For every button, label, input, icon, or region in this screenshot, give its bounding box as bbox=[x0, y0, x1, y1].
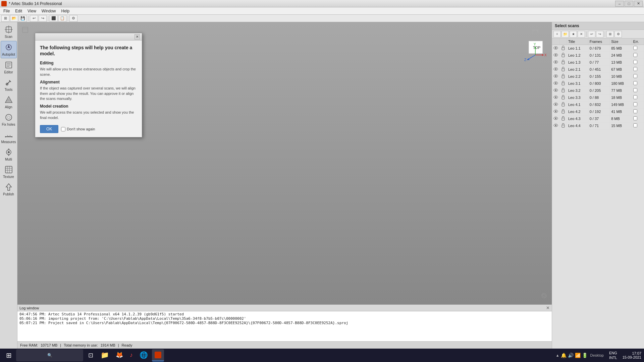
toolbar-redo[interactable]: ↪ bbox=[39, 15, 47, 22]
row-checkbox-cell[interactable] bbox=[632, 59, 644, 66]
row-eye-icon[interactable] bbox=[552, 94, 560, 101]
row-checkbox[interactable] bbox=[633, 74, 637, 78]
taskbar-app-browser[interactable]: 🌐 bbox=[137, 349, 151, 361]
row-lock-icon[interactable] bbox=[560, 45, 567, 52]
table-row[interactable]: Leo 3.3 0 / 88 18 MB bbox=[552, 94, 644, 101]
row-eye-icon[interactable] bbox=[552, 66, 560, 73]
rp-delete-button[interactable]: ✕ bbox=[578, 31, 585, 38]
sidebar-item-publish[interactable]: Publish bbox=[1, 181, 17, 198]
menu-window[interactable]: Window bbox=[39, 8, 59, 14]
sidebar-item-align[interactable]: Align bbox=[1, 94, 17, 111]
minimize-button[interactable]: – bbox=[615, 1, 624, 7]
row-lock-icon[interactable] bbox=[560, 52, 567, 59]
rp-add-button[interactable]: + bbox=[553, 31, 561, 38]
row-checkbox[interactable] bbox=[633, 67, 637, 71]
start-button[interactable]: ⊞ bbox=[3, 349, 15, 361]
rp-settings-button[interactable]: ⚙ bbox=[614, 31, 622, 38]
row-lock-icon[interactable] bbox=[560, 59, 567, 66]
row-eye-icon[interactable] bbox=[552, 52, 560, 59]
table-row[interactable]: Leo 4.1 0 / 832 149 MB bbox=[552, 101, 644, 108]
menu-help[interactable]: Help bbox=[59, 8, 72, 14]
row-eye-icon[interactable] bbox=[552, 45, 560, 52]
table-row[interactable]: Leo 3.2 0 / 205 77 MB bbox=[552, 87, 644, 94]
menu-view[interactable]: View bbox=[25, 8, 39, 14]
table-row[interactable]: Leo 1.1 0 / 679 85 MB bbox=[552, 45, 644, 52]
row-eye-icon[interactable] bbox=[552, 87, 560, 94]
table-row[interactable]: Leo 4.2 0 / 192 41 MB bbox=[552, 108, 644, 115]
toolbar-save[interactable]: 💾 bbox=[19, 15, 27, 22]
sidebar-item-measures[interactable]: Measures bbox=[1, 129, 17, 145]
row-checkbox[interactable] bbox=[633, 109, 637, 113]
row-eye-icon[interactable] bbox=[552, 80, 560, 87]
task-view-button[interactable]: ⊡ bbox=[85, 349, 97, 361]
row-checkbox[interactable] bbox=[633, 116, 637, 120]
table-row[interactable]: Leo 2.1 0 / 451 67 MB bbox=[552, 66, 644, 73]
row-lock-icon[interactable] bbox=[560, 87, 567, 94]
row-checkbox-cell[interactable] bbox=[632, 101, 644, 108]
row-checkbox-cell[interactable] bbox=[632, 115, 644, 122]
row-lock-icon[interactable] bbox=[560, 73, 567, 80]
rp-redo-button[interactable]: ↪ bbox=[596, 31, 603, 38]
sidebar-item-scan[interactable]: Scan bbox=[1, 23, 17, 40]
toolbar-open[interactable]: 📂 bbox=[10, 15, 18, 22]
table-row[interactable]: Leo 4.3 0 / 37 8 MB bbox=[552, 115, 644, 122]
dont-show-checkbox[interactable] bbox=[61, 127, 65, 131]
close-button[interactable]: ✕ bbox=[634, 1, 643, 7]
row-lock-icon[interactable] bbox=[560, 80, 567, 87]
sidebar-item-texture[interactable]: Texture bbox=[1, 164, 17, 180]
row-checkbox-cell[interactable] bbox=[632, 108, 644, 115]
table-row[interactable]: Leo 2.2 0 / 155 10 MB bbox=[552, 73, 644, 80]
table-row[interactable]: Leo 3.1 0 / 800 180 MB bbox=[552, 80, 644, 87]
row-checkbox-cell[interactable] bbox=[632, 52, 644, 59]
log-close-button[interactable]: ✕ bbox=[546, 305, 550, 310]
sidebar-item-autopilot[interactable]: Autopilot bbox=[1, 41, 17, 58]
taskbar-app-fileexplorer[interactable]: 📁 bbox=[98, 349, 112, 361]
maximize-button[interactable]: □ bbox=[625, 1, 633, 7]
systray-expand[interactable]: ▲ bbox=[556, 353, 559, 357]
dialog-ok-button[interactable]: OK bbox=[40, 125, 58, 133]
row-lock-icon[interactable] bbox=[560, 66, 567, 73]
row-lock-icon[interactable] bbox=[560, 94, 567, 101]
row-eye-icon[interactable] bbox=[552, 59, 560, 66]
language-indicator[interactable]: ENG INTL bbox=[609, 351, 617, 360]
table-row[interactable]: Leo 1.2 0 / 131 24 MB bbox=[552, 52, 644, 59]
table-row[interactable]: Leo 4.4 0 / 71 15 MB bbox=[552, 122, 644, 129]
row-checkbox[interactable] bbox=[633, 88, 637, 92]
toolbar-new[interactable]: ⊞ bbox=[1, 15, 9, 22]
toolbar-copy[interactable]: 📋 bbox=[58, 15, 66, 22]
row-checkbox[interactable] bbox=[633, 53, 637, 57]
desktop-button[interactable]: Desktop bbox=[590, 353, 604, 357]
row-checkbox[interactable] bbox=[633, 102, 637, 106]
row-checkbox-cell[interactable] bbox=[632, 45, 644, 52]
taskbar-app-artec[interactable] bbox=[152, 349, 164, 361]
scan-table[interactable]: Title Frames Size Err. L bbox=[552, 39, 644, 349]
taskbar-app-firefox[interactable]: 🦊 bbox=[113, 349, 126, 361]
row-checkbox[interactable] bbox=[633, 123, 637, 127]
row-checkbox[interactable] bbox=[633, 95, 637, 99]
sidebar-item-fixholes[interactable]: Fix holes bbox=[1, 111, 17, 128]
taskbar-app-media[interactable]: ♪ bbox=[127, 349, 136, 361]
rp-folder-button[interactable]: 📁 bbox=[561, 31, 569, 38]
sidebar-item-tools[interactable]: Tools bbox=[1, 76, 17, 93]
row-checkbox-cell[interactable] bbox=[632, 94, 644, 101]
toolbar-delete[interactable]: ⬛ bbox=[50, 15, 58, 22]
row-eye-icon[interactable] bbox=[552, 101, 560, 108]
row-checkbox-cell[interactable] bbox=[632, 122, 644, 129]
row-eye-icon[interactable] bbox=[552, 122, 560, 129]
sidebar-item-editor[interactable]: Editor bbox=[1, 59, 17, 76]
rp-undo-button[interactable]: ↩ bbox=[588, 31, 595, 38]
row-eye-icon[interactable] bbox=[552, 108, 560, 115]
row-lock-icon[interactable] bbox=[560, 108, 567, 115]
dialog-close-button[interactable]: ✕ bbox=[135, 34, 140, 40]
rp-grid-button[interactable]: ⊞ bbox=[606, 31, 614, 38]
row-eye-icon[interactable] bbox=[552, 115, 560, 122]
row-checkbox[interactable] bbox=[633, 60, 637, 64]
row-checkbox-cell[interactable] bbox=[632, 80, 644, 87]
rp-star-button[interactable]: ★ bbox=[570, 31, 577, 38]
toolbar-settings[interactable]: ⚙ bbox=[69, 15, 77, 22]
row-checkbox-cell[interactable] bbox=[632, 73, 644, 80]
row-lock-icon[interactable] bbox=[560, 122, 567, 129]
menu-file[interactable]: File bbox=[1, 8, 12, 14]
search-button[interactable]: 🔍 bbox=[16, 349, 83, 361]
row-checkbox-cell[interactable] bbox=[632, 66, 644, 73]
